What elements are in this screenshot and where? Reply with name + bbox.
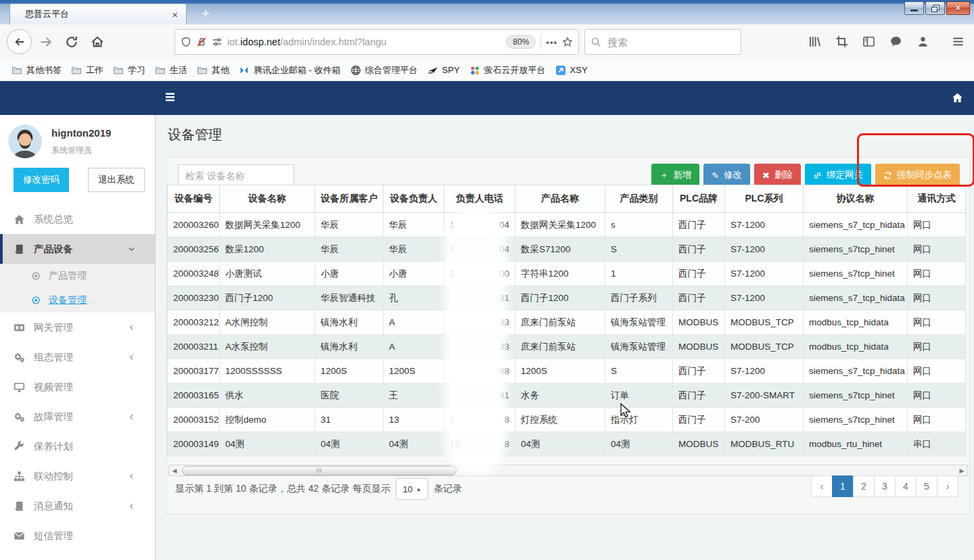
scrollbar-thumb[interactable] [182,466,457,475]
zoom-level-badge[interactable]: 80% [506,35,536,49]
bookmark-item[interactable]: 其他 [192,62,234,78]
phone-cell: 31 [444,286,515,310]
pagination-page-5[interactable]: 5 [916,475,937,497]
bookmark-item[interactable]: 工作 [66,62,108,78]
sidebar-item-保养计划[interactable]: 保养计划 [0,431,155,461]
forward-button[interactable] [39,35,53,49]
bookmark-item[interactable]: 生活 [150,62,192,78]
sidebar-toggle-icon[interactable] [862,35,875,48]
horizontal-scrollbar[interactable]: ◀ ▶ [168,465,968,476]
library-icon[interactable] [808,35,821,48]
pagination-page-1[interactable]: 1 [832,475,854,497]
restore-button[interactable] [925,1,945,15]
sidebar-item-联动控制[interactable]: 联动控制 [0,461,155,491]
column-header[interactable]: 产品类别 [605,185,673,213]
device-search-input[interactable] [178,164,294,187]
column-header[interactable]: 设备所属客户 [315,185,384,213]
table-cell: modbus_tcp_hidata [804,335,908,359]
minimize-button[interactable] [904,1,924,15]
column-header[interactable]: 负责人电话 [444,185,515,213]
menu-hamburger-icon[interactable] [952,35,965,48]
bookmark-item[interactable]: 学习 [108,62,150,78]
bookmark-item[interactable]: 萤石云开放平台 [465,62,551,78]
table-row[interactable]: 200003260数据网关采集1200华辰华辰104数据网关采集1200s西门子… [168,213,966,237]
bookmark-star-icon[interactable] [562,37,573,47]
avatar[interactable] [8,124,42,158]
bookmark-item[interactable]: 其他书签 [7,62,66,78]
sidebar-subitem-设备管理[interactable]: 设备管理 [0,288,155,312]
sidebar-item-视频管理[interactable]: 视频管理 [0,372,155,402]
column-header[interactable]: PLC系列 [725,185,804,213]
sidebar-collapse-icon[interactable] [165,92,175,102]
close-button[interactable]: ✕ [946,1,970,15]
sidebar-subitem-产品管理[interactable]: 产品管理 [0,264,155,288]
action-button-新增[interactable]: ＋新增 [651,164,699,187]
app-navbar [0,81,974,115]
column-header[interactable]: 通讯方式 [908,185,966,213]
scroll-right-arrow[interactable]: ▶ [956,467,967,474]
table-cell: S [605,237,673,262]
pagination-page-3[interactable]: 3 [874,475,896,497]
column-header[interactable]: 产品名称 [515,185,605,213]
pagination-next[interactable]: › [937,475,958,497]
dot-circle-icon [31,271,41,281]
action-button-删除[interactable]: ✖删除 [754,164,801,187]
insecure-lock-icon[interactable] [196,37,207,47]
app-home-icon[interactable] [952,92,963,103]
permissions-icon[interactable] [212,37,223,47]
chevron-left-icon [128,354,135,361]
action-button-修改[interactable]: ✎修改 [703,164,750,187]
table-row[interactable]: 200003248小唐测试小唐小唐100字符串12001西门子S7-1200si… [168,262,966,286]
pagination-page-4[interactable]: 4 [895,475,917,497]
reload-button[interactable] [65,35,78,49]
url-bar[interactable]: iot.idosp.net/admin/index.html?langu 80%… [175,29,579,55]
pagination-page-2[interactable]: 2 [853,475,875,497]
home-button[interactable] [91,35,104,49]
pagination-prev[interactable]: ‹ [811,475,833,497]
new-tab-button[interactable]: + [196,6,215,22]
page-actions-icon[interactable]: ••• [546,37,557,47]
table-row[interactable]: 20000314904测04测04测15804测04测MODBUSMODBUS_… [168,432,966,457]
scroll-left-arrow[interactable]: ◀ [169,467,180,474]
table-row[interactable]: 200003152控制demo311318灯控系统指示灯西门子S7-200sie… [168,408,966,432]
account-person-icon[interactable] [917,35,929,48]
column-header[interactable]: 设备编号 [168,185,220,213]
table-cell: modbus_rtu_hinet [804,432,908,457]
column-header[interactable]: PLC品牌 [673,185,725,213]
sidebar-item-短信管理[interactable]: 短信管理 [0,521,155,551]
table-row[interactable]: 200003212A水闸控制镇海水利A33庶来门前泵站镇海泵站管理MODBUSM… [168,310,966,335]
browser-search-input[interactable] [606,36,743,49]
sidebar-item-网关管理[interactable]: 网关管理 [0,312,155,342]
bookmark-item[interactable]: 综合管理平台 [346,62,423,78]
tab-close-icon[interactable]: × [170,9,179,20]
action-button-绑定网关[interactable]: 绑定网关 [805,164,871,187]
column-header[interactable]: 协议名称 [804,185,908,213]
bookmark-item[interactable]: SPY [423,63,465,78]
table-row[interactable]: 2000031771200SSSSSS1200S1200S881200SS西门子… [168,359,966,383]
sidebar-item-组态管理[interactable]: 组态管理 [0,342,155,372]
table-row[interactable]: 200003165供水医院王41水务订单西门子S7-200-SMARTsieme… [168,383,966,408]
logout-button[interactable]: 退出系统 [88,168,145,192]
back-button[interactable] [7,29,32,54]
column-header[interactable]: 设备负责人 [384,185,444,213]
table-row[interactable]: 200003256数采1200华辰华辰104数采S71200S西门子S7-120… [168,237,966,262]
bookmark-item[interactable]: XSY [551,63,593,78]
table-row[interactable]: 200003211A水泵控制镇海水利A33庶来门前泵站镇海泵站管理MODBUSM… [168,335,966,359]
bookmark-item[interactable]: 腾讯企业邮箱 - 收件箱 [234,62,346,78]
table-cell: 200003165 [168,383,220,408]
sidebar-item-车间管理[interactable]: 车间管理 [0,551,155,560]
sidebar-item-消息通知[interactable]: 消息通知 [0,491,155,521]
screenshot-crop-icon[interactable] [835,35,848,48]
sidebar-item-系统总览[interactable]: 系统总览 [0,204,155,234]
browser-tab[interactable]: 思普云平台 × [9,3,187,24]
page-size-select[interactable]: 10▲ [396,478,428,500]
change-password-button[interactable]: 修改密码 [14,168,69,192]
browser-search-box[interactable] [584,29,741,55]
table-row[interactable]: 200003230西门子1200华辰智通科技孔31西门子1200西门子系列西门子… [168,286,966,310]
action-button-强制同步点表[interactable]: 强制同步点表 [875,164,960,187]
tracking-shield-icon[interactable] [181,37,191,47]
sidebar-item-产品设备[interactable]: 产品设备 [0,234,155,264]
pocket-bubble-icon[interactable] [889,35,902,48]
column-header[interactable]: 设备名称 [220,185,315,213]
sidebar-item-故障管理[interactable]: 故障管理 [0,402,155,431]
